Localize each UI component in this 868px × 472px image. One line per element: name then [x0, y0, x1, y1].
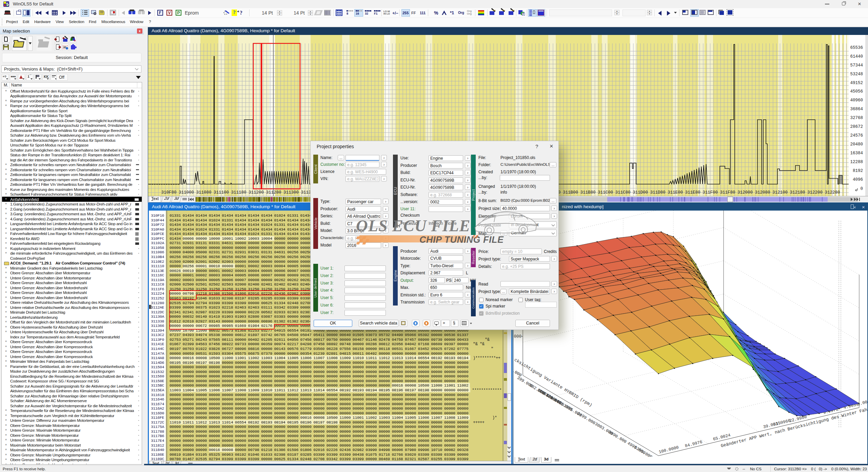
svg-text:312200: 312200 [807, 190, 823, 195]
svg-text:24576: 24576 [850, 133, 863, 138]
svg-text:312180: 312180 [790, 190, 805, 195]
svg-text:311C00: 311C00 [598, 190, 613, 195]
svg-text:61440: 61440 [850, 54, 863, 59]
svg-text:53248: 53248 [850, 72, 863, 77]
svg-text:312280: 312280 [825, 190, 840, 195]
svg-text:311000: 311000 [179, 190, 194, 195]
svg-text:312080: 312080 [755, 190, 770, 195]
svg-text:311C80: 311C80 [615, 190, 630, 195]
svg-text:312100: 312100 [772, 190, 788, 195]
svg-text:311D00: 311D00 [633, 190, 648, 195]
svg-text:311B80: 311B80 [580, 190, 595, 195]
svg-text:40960: 40960 [850, 98, 863, 103]
svg-text:4096: 4096 [853, 177, 863, 182]
svg-text:311300: 311300 [283, 190, 299, 195]
svg-text:8192: 8192 [853, 169, 863, 173]
svg-text:311200: 311200 [249, 190, 264, 195]
svg-text:311D80: 311D80 [650, 190, 665, 195]
svg-text:311180: 311180 [231, 190, 246, 195]
svg-text:12288: 12288 [850, 160, 863, 164]
svg-text:311E00: 311E00 [668, 190, 683, 195]
svg-text:311100: 311100 [214, 190, 229, 195]
svg-text:20480: 20480 [850, 142, 863, 147]
svg-text:311E80: 311E80 [685, 190, 700, 195]
svg-text:311F00: 311F00 [703, 190, 718, 195]
svg-text:311F80: 311F80 [720, 190, 735, 195]
svg-text:45056: 45056 [850, 89, 863, 94]
svg-text:310F80: 310F80 [161, 190, 176, 195]
svg-text:100.000: 100.000 [513, 334, 521, 339]
svg-text:28672: 28672 [850, 124, 863, 129]
svg-text:32768: 32768 [850, 116, 863, 120]
svg-text:311280: 311280 [266, 190, 281, 195]
svg-text:0: 0 [860, 186, 863, 191]
svg-text:49152: 49152 [850, 81, 863, 85]
svg-text:311B00: 311B00 [563, 190, 578, 195]
svg-text:57344: 57344 [850, 63, 863, 68]
svg-text:312000: 312000 [737, 190, 753, 195]
svg-text:36864: 36864 [850, 107, 863, 112]
svg-text:311080: 311080 [196, 190, 211, 195]
svg-text:65536: 65536 [850, 45, 863, 50]
svg-text:16384: 16384 [850, 151, 863, 156]
